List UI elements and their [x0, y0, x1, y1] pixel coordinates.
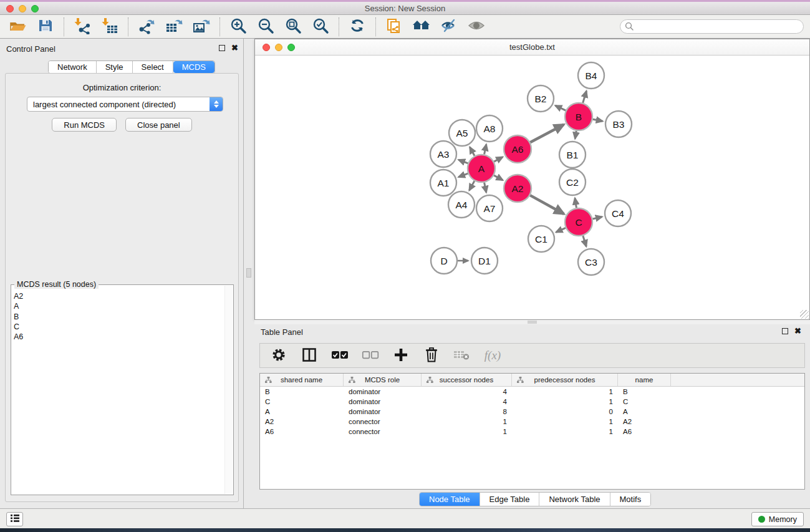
cell-successor-nodes[interactable]: 8: [422, 408, 512, 415]
close-panel-button[interactable]: Close panel: [125, 118, 192, 132]
cell-MCDS-role[interactable]: dominator: [344, 398, 422, 405]
cell-shared-name[interactable]: B: [260, 388, 344, 395]
edge-A-A8[interactable]: [485, 144, 486, 154]
result-item[interactable]: C: [14, 322, 223, 332]
gear-button[interactable]: [270, 347, 287, 364]
edge-C-C3[interactable]: [583, 236, 586, 246]
zoom-fit-button[interactable]: [284, 17, 302, 36]
function-builder-button[interactable]: f(x): [484, 347, 501, 364]
table-row[interactable]: A6connector11A6: [260, 427, 804, 437]
cell-successor-nodes[interactable]: 1: [422, 428, 512, 435]
splitter-handle-vertical[interactable]: [246, 268, 251, 278]
memory-button[interactable]: Memory: [751, 512, 804, 526]
tab-network-table[interactable]: Network Table: [539, 493, 610, 506]
table-row[interactable]: Adominator80A: [260, 407, 804, 417]
home-network-button[interactable]: [412, 17, 431, 36]
cell-successor-nodes[interactable]: 4: [422, 398, 512, 405]
run-mcds-button[interactable]: Run MCDS: [52, 118, 117, 132]
import-table-button[interactable]: [100, 17, 119, 36]
edge-C-C2[interactable]: [575, 198, 576, 208]
tab-style[interactable]: Style: [97, 61, 133, 73]
zoom-selected-button[interactable]: [311, 17, 330, 36]
edge-A-A1[interactable]: [458, 173, 468, 177]
network-window-titlebar[interactable]: testGlobe.txt: [255, 39, 809, 56]
close-panel-icon[interactable]: ✖: [231, 45, 238, 51]
float-panel-icon[interactable]: [219, 45, 225, 51]
export-network-button[interactable]: [137, 17, 156, 36]
column-header-predecessor-nodes[interactable]: predecessor nodes: [512, 374, 618, 386]
tab-node-table[interactable]: Node Table: [420, 493, 480, 506]
cell-shared-name[interactable]: A2: [260, 418, 344, 425]
criterion-dropdown[interactable]: largest connected component (directed): [27, 97, 223, 112]
cell-predecessor-nodes[interactable]: 1: [512, 398, 618, 405]
edge-C-C1[interactable]: [556, 228, 566, 232]
cell-shared-name[interactable]: C: [260, 398, 344, 405]
resize-grip[interactable]: [800, 310, 809, 319]
edge-B-B3[interactable]: [593, 119, 603, 121]
splitter-handle-horizontal[interactable]: [528, 321, 537, 324]
zoom-out-button[interactable]: [256, 17, 275, 36]
duplicate-network-button[interactable]: [385, 17, 403, 36]
table-row[interactable]: A2connector11A2: [260, 417, 804, 427]
cell-name[interactable]: A6: [618, 428, 671, 435]
close-table-panel-icon[interactable]: ✖: [794, 328, 801, 334]
column-header-successor-nodes[interactable]: successor nodes: [422, 374, 512, 386]
delete-column-button[interactable]: [423, 347, 440, 364]
tab-select[interactable]: Select: [133, 61, 173, 73]
result-item[interactable]: A: [14, 301, 223, 311]
column-header-shared-name[interactable]: shared name: [260, 374, 344, 386]
table-row[interactable]: Bdominator41B: [260, 387, 804, 397]
zoom-in-button[interactable]: [229, 17, 248, 36]
cell-name[interactable]: A: [618, 408, 671, 415]
edge-C-C4[interactable]: [592, 217, 602, 219]
cell-predecessor-nodes[interactable]: 0: [512, 408, 618, 415]
export-image-button[interactable]: [192, 17, 211, 36]
cell-successor-nodes[interactable]: 1: [422, 418, 512, 425]
tab-mcds[interactable]: MCDS: [173, 61, 215, 73]
open-file-button[interactable]: [9, 17, 27, 36]
select-all-button[interactable]: [331, 347, 349, 364]
column-header-MCDS-role[interactable]: MCDS role: [344, 374, 422, 386]
import-network-button[interactable]: [73, 17, 92, 36]
task-history-button[interactable]: [6, 512, 23, 526]
cell-shared-name[interactable]: A6: [260, 428, 344, 435]
edge-A6-B[interactable]: [530, 125, 564, 143]
edge-A-A2[interactable]: [494, 175, 503, 180]
cell-predecessor-nodes[interactable]: 1: [512, 388, 618, 395]
refresh-button[interactable]: [348, 17, 367, 36]
column-header-name[interactable]: name: [618, 374, 671, 386]
cell-predecessor-nodes[interactable]: 1: [512, 428, 618, 435]
tab-motifs[interactable]: Motifs: [610, 493, 651, 506]
edge-A-A5[interactable]: [470, 147, 475, 156]
delete-table-button[interactable]: [453, 347, 471, 364]
cell-shared-name[interactable]: A: [260, 408, 344, 415]
cell-MCDS-role[interactable]: connector: [344, 428, 422, 435]
edge-A-A6[interactable]: [494, 157, 503, 162]
edge-A2-C[interactable]: [530, 195, 564, 214]
result-item[interactable]: B: [14, 312, 223, 322]
tab-edge-table[interactable]: Edge Table: [480, 493, 540, 506]
cell-name[interactable]: A2: [618, 418, 671, 425]
export-table-button[interactable]: [165, 17, 183, 36]
hide-selected-button[interactable]: [440, 17, 458, 36]
table-row[interactable]: Cdominator41C: [260, 397, 804, 407]
splitter-horizontal[interactable]: [254, 320, 810, 324]
result-item[interactable]: A2: [14, 291, 223, 301]
edge-B-B2[interactable]: [555, 105, 566, 110]
result-scrollbar[interactable]: [224, 286, 233, 494]
cell-MCDS-role[interactable]: connector: [344, 418, 422, 425]
edge-B-B1[interactable]: [575, 131, 576, 139]
unselect-all-button[interactable]: [362, 347, 379, 364]
edge-A-A3[interactable]: [458, 160, 468, 163]
cell-MCDS-role[interactable]: dominator: [344, 408, 422, 415]
cell-name[interactable]: C: [618, 398, 671, 405]
edge-A-A7[interactable]: [485, 183, 486, 193]
edge-A-A4[interactable]: [470, 181, 475, 190]
show-selected-button[interactable]: [467, 17, 486, 36]
cell-successor-nodes[interactable]: 4: [422, 388, 512, 395]
network-canvas[interactable]: AA1A2A3A4A5A6A7A8BB1B2B3B4CC1C2C3C4DD1: [255, 56, 809, 319]
cell-predecessor-nodes[interactable]: 1: [512, 418, 618, 425]
result-item[interactable]: A6: [14, 332, 223, 342]
cell-MCDS-role[interactable]: dominator: [344, 388, 422, 395]
column-selector-button[interactable]: [301, 347, 318, 364]
